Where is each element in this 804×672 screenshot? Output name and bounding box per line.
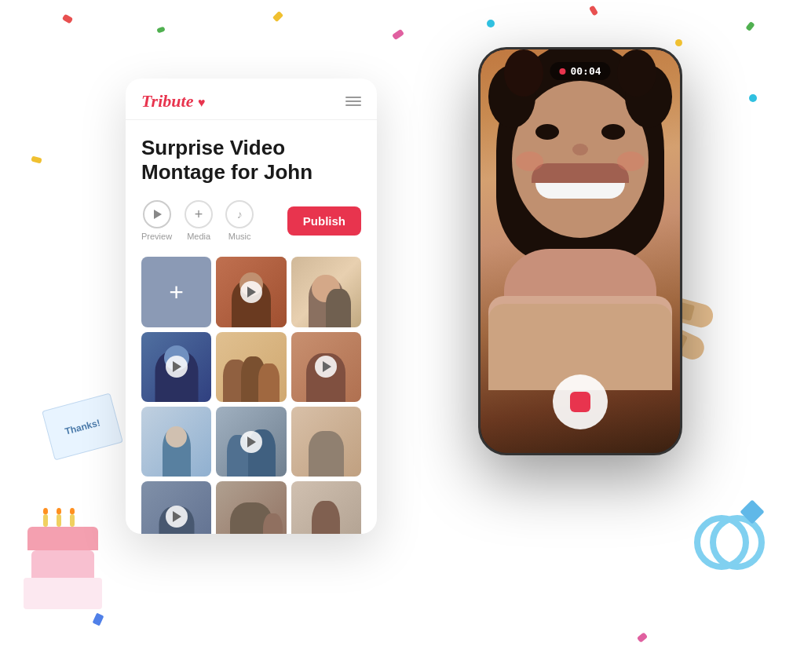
grid-cell-4[interactable] — [141, 332, 211, 402]
preview-icon — [143, 200, 171, 228]
confetti-5 — [487, 20, 495, 27]
play-circle-6 — [315, 356, 337, 378]
confetti-3 — [272, 11, 283, 22]
play-triangle-icon — [154, 210, 162, 219]
hamburger-line-3 — [345, 104, 361, 106]
preview-label: Preview — [141, 232, 172, 241]
play-circle-8 — [240, 431, 262, 453]
hamburger-line-2 — [345, 100, 361, 102]
preview-button[interactable]: Preview — [141, 200, 172, 241]
confetti-10 — [637, 632, 648, 643]
phone-mockup: 00:04 — [478, 47, 682, 455]
grid-cell-5[interactable] — [216, 332, 286, 402]
nose-shape — [572, 144, 588, 155]
confetti-12 — [31, 155, 42, 163]
cheek-left — [516, 152, 543, 171]
tablet-content: Surprise Video Montage for John Preview … — [126, 120, 377, 534]
cheek-right — [617, 152, 645, 171]
media-icon: + — [185, 200, 213, 228]
logo-text: Tribute — [141, 91, 193, 111]
confetti-9 — [93, 613, 104, 626]
eye-right — [601, 124, 625, 140]
thanks-card-decoration: Thanks! — [42, 393, 123, 460]
stop-icon — [570, 392, 590, 412]
recording-timer: 00:04 — [550, 62, 610, 80]
grid-cell-10[interactable] — [141, 481, 211, 534]
tablet-mockup: Tribute ♥ Surprise Video Montage for Joh… — [126, 79, 377, 534]
eye-left — [535, 124, 559, 140]
confetti-6 — [589, 5, 598, 16]
logo-heart: ♥ — [198, 96, 206, 109]
recording-dot — [559, 68, 565, 75]
timer-display: 00:04 — [570, 65, 601, 77]
grid-cell-6[interactable] — [291, 332, 361, 402]
music-button[interactable]: ♪ Music — [225, 200, 254, 241]
hamburger-line-1 — [345, 97, 361, 98]
scene: Thanks! — [0, 0, 804, 672]
grid-cell-2[interactable] — [216, 257, 286, 327]
record-button-container — [553, 374, 608, 429]
phone-screen: 00:04 — [481, 49, 680, 453]
confetti-2 — [156, 26, 165, 33]
tablet-header: Tribute ♥ — [126, 79, 377, 120]
music-icon: ♪ — [225, 200, 254, 228]
confetti-4 — [392, 29, 404, 41]
play-circle-4 — [166, 356, 188, 378]
montage-title: Surprise Video Montage for John — [141, 136, 361, 184]
lips-upper — [532, 163, 629, 183]
record-button[interactable] — [553, 374, 608, 429]
play-circle-2 — [240, 281, 262, 303]
media-button[interactable]: + Media — [185, 200, 213, 241]
thanks-text: Thanks! — [64, 417, 101, 436]
tribute-logo: Tribute ♥ — [141, 91, 205, 111]
add-plus-icon: + — [169, 278, 184, 307]
add-cell[interactable]: + — [141, 257, 211, 327]
publish-button[interactable]: Publish — [287, 206, 361, 236]
video-grid: + — [141, 257, 361, 534]
toolbar: Preview + Media ♪ Music Publish — [141, 200, 361, 241]
confetti-8 — [745, 21, 755, 31]
play-circle-10 — [166, 506, 188, 528]
hair-top-right — [617, 49, 656, 97]
grid-cell-7[interactable] — [141, 407, 211, 477]
confetti-1 — [62, 14, 73, 24]
confetti-11 — [749, 94, 757, 102]
media-label: Media — [187, 232, 210, 241]
ring-decoration — [694, 507, 765, 578]
hamburger-menu[interactable] — [345, 97, 361, 106]
grid-cell-12[interactable] — [291, 481, 361, 534]
grid-cell-3[interactable] — [291, 257, 361, 327]
music-label: Music — [228, 232, 251, 241]
grid-cell-11[interactable] — [216, 481, 286, 534]
cake-decoration — [24, 527, 102, 609]
grid-cell-9[interactable] — [291, 407, 361, 477]
confetti-7 — [675, 39, 682, 46]
grid-cell-8[interactable] — [216, 407, 286, 477]
hair-top-left — [504, 49, 543, 97]
